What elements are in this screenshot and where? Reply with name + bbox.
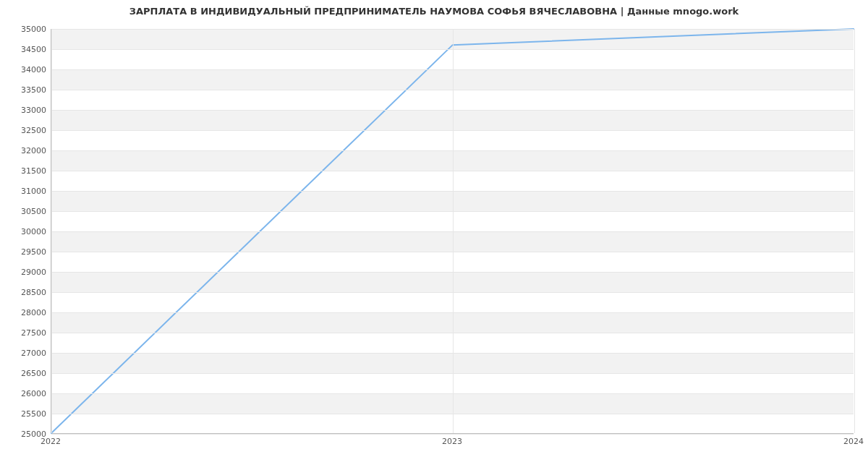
y-tick-label: 34000 — [3, 65, 46, 74]
y-tick-label: 27500 — [3, 328, 46, 338]
grid-line-v — [453, 29, 454, 433]
x-tick-label: 2024 — [843, 437, 864, 446]
y-tick-label: 31500 — [3, 166, 46, 176]
y-tick-label: 29500 — [3, 247, 46, 257]
y-tick-label: 28500 — [3, 288, 46, 297]
y-tick-label: 34500 — [3, 45, 46, 54]
x-tick-label: 2023 — [442, 437, 462, 446]
y-tick-label: 30000 — [3, 227, 46, 236]
chart-title: ЗАРПЛАТА В ИНДИВИДУАЛЬНЫЙ ПРЕДПРИНИМАТЕЛ… — [0, 6, 868, 17]
y-tick-label: 28000 — [3, 308, 46, 317]
y-tick-label: 25500 — [3, 409, 46, 419]
y-tick-label: 33000 — [3, 106, 46, 115]
y-tick-label: 33500 — [3, 85, 46, 95]
y-tick-label: 31000 — [3, 187, 46, 196]
y-tick-label: 32500 — [3, 126, 46, 135]
y-tick-label: 30500 — [3, 207, 46, 216]
y-tick-label: 26000 — [3, 389, 46, 398]
y-tick-label: 25000 — [3, 430, 46, 439]
grid-line-h — [51, 434, 854, 435]
y-tick-label: 29000 — [3, 268, 46, 277]
y-tick-label: 35000 — [3, 25, 46, 34]
grid-line-v — [854, 29, 855, 433]
plot-area — [51, 29, 854, 434]
y-tick-label: 27000 — [3, 349, 46, 358]
x-tick-label: 2022 — [41, 437, 61, 446]
y-tick-label: 26500 — [3, 369, 46, 378]
grid-line-v — [51, 29, 52, 433]
chart-container: ЗАРПЛАТА В ИНДИВИДУАЛЬНЫЙ ПРЕДПРИНИМАТЕЛ… — [0, 0, 868, 470]
y-tick-label: 32000 — [3, 146, 46, 155]
